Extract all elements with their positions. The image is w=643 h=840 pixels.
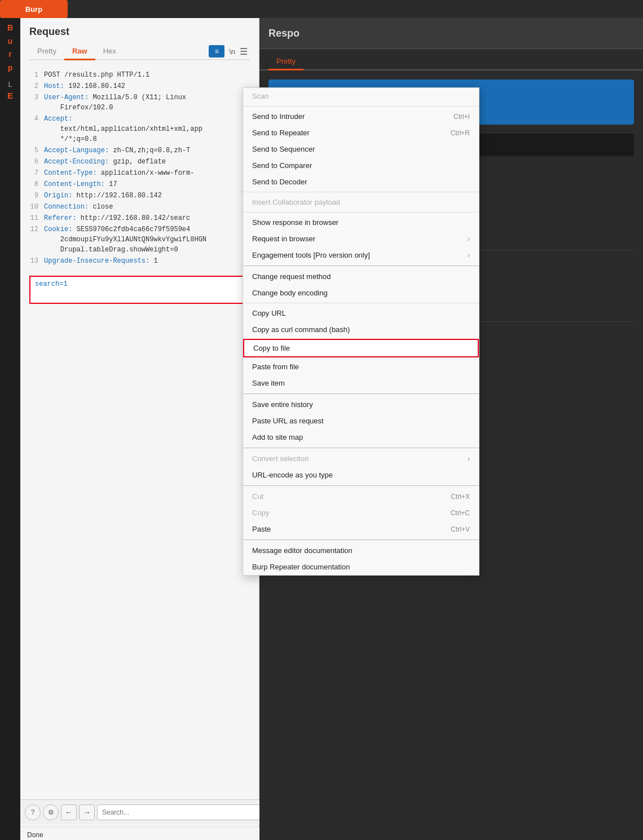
panel-title: Request [29,26,250,38]
tab-raw[interactable]: Raw [64,43,95,60]
ctx-copy-url[interactable]: Copy URL [243,305,479,321]
bottom-toolbar: ? ⚙ ← → [20,799,280,824]
ctx-send-intruder[interactable]: Send to Intruder Ctrl+I [243,108,479,125]
code-line-1: 1 POST /results.php HTTP/1.1 [20,69,259,81]
sidebar-char-l: L [8,80,12,89]
ctx-message-editor-docs[interactable]: Message editor documentation [243,542,479,559]
right-panel-title: Respo [268,28,300,39]
code-line-13: 13 Upgrade-Insecure-Requests: 1 [20,255,259,267]
ctx-convert-selection[interactable]: Convert selection › [243,450,479,467]
sidebar-char-r: r [8,49,11,60]
ctx-save-item[interactable]: Save item [243,375,479,391]
ctx-paste-from-file[interactable]: Paste from file [243,359,479,375]
right-tab-pretty[interactable]: Pretty [268,54,303,70]
ctx-sep-7 [243,485,479,486]
newline-icon[interactable]: \n [229,47,235,56]
ctx-engagement-tools[interactable]: Engagement tools [Pro version only] › [243,247,479,263]
ctx-sep-8 [243,540,479,540]
sidebar-char-u: u [8,36,13,47]
code-line-12: 12 Cookie: SESS9706c2fdb4ca66c79f5959e4 … [20,224,259,255]
ctx-sep-2 [243,212,479,213]
ctx-add-to-site-map[interactable]: Add to site map [243,429,479,445]
code-line-8: 8 Content-Length: 17 [20,179,259,190]
ctx-sep-6 [243,448,479,448]
code-line-11: 11 Referer: http://192.168.80.142/searc [20,213,259,224]
ctx-collaborator: Insert Collaborator payload [243,194,479,210]
ctx-change-request-method[interactable]: Change request method [243,268,479,285]
sidebar-char-p: p [8,63,13,74]
ctx-send-comparer[interactable]: Send to Comparer [243,157,479,174]
code-area: 1 POST /results.php HTTP/1.1 2 Host: 192… [20,65,259,271]
code-line-7: 7 Content-Type: application/x-www-form- [20,167,259,179]
code-line-5: 5 Accept-Language: zh-CN,zh;q=0.8,zh-T [20,145,259,156]
ctx-send-sequencer[interactable]: Send to Sequencer [243,141,479,157]
code-line-2: 2 Host: 192.168.80.142 [20,81,259,92]
ctx-change-body-encoding[interactable]: Change body encoding [243,285,479,301]
ctx-burp-repeater-docs[interactable]: Burp Repeater documentation [243,559,479,575]
ctx-copy: Copy Ctrl+C [243,505,479,521]
ctx-url-encode[interactable]: URL-encode as you type [243,467,479,483]
top-bar: Burp [0,0,643,18]
request-panel: Request Pretty Raw Hex ≡ \n ☰ 1 POST [20,18,259,840]
forward-btn[interactable]: → [79,804,95,820]
status-text: Done [27,831,43,839]
help-btn[interactable]: ? [25,804,41,820]
panel-header: Request Pretty Raw Hex ≡ \n ☰ [20,18,259,65]
code-line-6: 6 Accept-Encoding: gzip, deflate [20,156,259,167]
ctx-sep-0 [243,106,479,107]
ctx-sep-4 [243,303,479,303]
tab-hex[interactable]: Hex [95,43,124,60]
sidebar-char-b: B [7,23,13,34]
burp-button[interactable]: Burp [0,0,68,18]
tab-icons: ≡ \n ☰ [209,45,250,58]
ctx-scan[interactable]: Scan [243,88,479,104]
ctx-copy-to-file[interactable]: Copy to file [243,339,479,357]
menu-icon[interactable]: ☰ [240,46,248,57]
ctx-copy-curl[interactable]: Copy as curl command (bash) [243,321,479,338]
ctx-sep-3 [243,266,479,266]
ctx-save-entire-history[interactable]: Save entire history [243,396,479,413]
search-input[interactable] [97,804,275,820]
ctx-paste[interactable]: Paste Ctrl+V [243,521,479,537]
context-menu: Scan Send to Intruder Ctrl+I Send to Rep… [243,87,479,576]
ctx-show-response-browser[interactable]: Show response in browser [243,214,479,231]
request-tabs-row: Pretty Raw Hex ≡ \n ☰ [29,43,250,60]
code-line-10: 10 Connection: close [20,201,259,213]
left-sidebar: B u r p L E [0,18,20,840]
back-btn[interactable]: ← [61,804,77,820]
status-bar: Done [20,826,259,840]
ctx-sep-1 [243,192,479,192]
right-tabs-row: Pretty [259,49,643,70]
code-line-9: 9 Origin: http://192.168.80.142 [20,190,259,201]
right-panel-header: Respo [259,18,643,49]
ctx-send-decoder[interactable]: Send to Decoder [243,174,479,190]
settings-btn[interactable]: ⚙ [43,804,59,820]
ctx-sep-5 [243,394,479,394]
code-line-3: 3 User-Agent: Mozilla/5.0 (X11; Linux Fi… [20,92,259,113]
tab-pretty[interactable]: Pretty [29,43,64,60]
search-param-text: search=1 [35,280,68,288]
ctx-send-repeater[interactable]: Send to Repeater Ctrl+R [243,125,479,141]
code-line-4: 4 Accept: text/html,application/xhtml+xm… [20,113,259,145]
ctx-cut: Cut Ctrl+X [243,488,479,505]
search-param-box: search=1 [29,276,250,304]
table-icon-btn[interactable]: ≡ [209,45,224,58]
ctx-paste-url-as-request[interactable]: Paste URL as request [243,413,479,429]
ctx-request-in-browser[interactable]: Request in browser › [243,231,479,247]
sidebar-char-e: E [7,91,13,100]
